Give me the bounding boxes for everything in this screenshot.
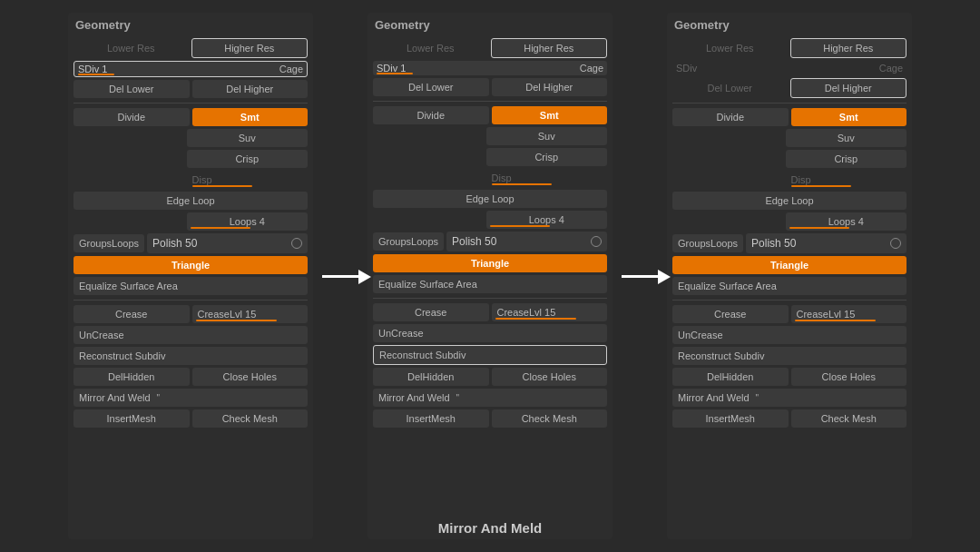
crisp-btn-1[interactable]: Crisp bbox=[187, 150, 309, 168]
cage-label-1: Cage bbox=[192, 64, 303, 74]
close-holes-btn-1[interactable]: Close Holes bbox=[192, 368, 309, 386]
mirror-weld-btn-3[interactable]: Mirror And Weld " bbox=[672, 389, 906, 407]
mirror-weld-btn-2[interactable]: Mirror And Weld " bbox=[373, 389, 607, 407]
edge-loop-btn-3[interactable]: Edge Loop bbox=[672, 192, 906, 210]
groups-loops-btn-3[interactable]: GroupsLoops bbox=[672, 234, 743, 252]
delhidden-row-2: DelHidden Close Holes bbox=[373, 368, 607, 386]
divide-btn-1[interactable]: Divide bbox=[74, 108, 190, 126]
divider-3a bbox=[672, 103, 906, 104]
groups-loops-btn-2[interactable]: GroupsLoops bbox=[373, 232, 444, 251]
panel-3-title: Geometry bbox=[672, 18, 906, 32]
suv-btn-1[interactable]: Suv bbox=[187, 129, 309, 147]
crisp-btn-2[interactable]: Crisp bbox=[486, 148, 608, 166]
panel-1-title: Geometry bbox=[74, 18, 308, 32]
cage-label-2: Cage bbox=[492, 63, 603, 74]
triangle-btn-2[interactable]: Triangle bbox=[373, 254, 607, 272]
del-higher-btn-3[interactable]: Del Higher bbox=[790, 78, 907, 98]
uncrease-btn-2[interactable]: UnCrease bbox=[373, 324, 607, 342]
delhidden-row-3: DelHidden Close Holes bbox=[672, 368, 906, 386]
disp-row-3: Disp bbox=[672, 171, 906, 189]
uncrease-btn-1[interactable]: UnCrease bbox=[74, 326, 308, 344]
panel-3: Geometry Lower Res Higher Res SDiv Cage … bbox=[667, 13, 912, 539]
triangle-row-3: Triangle bbox=[672, 256, 906, 274]
crisp-btn-3[interactable]: Crisp bbox=[786, 150, 907, 168]
higher-res-btn-1[interactable]: Higher Res bbox=[191, 38, 309, 58]
higher-res-btn-2[interactable]: Higher Res bbox=[491, 38, 608, 58]
creaselvl-bar-3 bbox=[795, 320, 876, 321]
smt-btn-3[interactable]: Smt bbox=[791, 108, 907, 126]
reconstruct-row-3: Reconstruct Subdiv bbox=[672, 347, 906, 365]
del-hidden-btn-2[interactable]: DelHidden bbox=[373, 368, 489, 386]
loops-bar-1 bbox=[191, 227, 251, 229]
suv-btn-2[interactable]: Suv bbox=[486, 127, 608, 145]
edge-loop-btn-2[interactable]: Edge Loop bbox=[373, 190, 607, 208]
uncrease-btn-3[interactable]: UnCrease bbox=[672, 326, 906, 344]
suv-btn-3[interactable]: Suv bbox=[786, 129, 907, 147]
del-hidden-btn-3[interactable]: DelHidden bbox=[672, 368, 789, 386]
insert-mesh-btn-1[interactable]: InsertMesh bbox=[74, 409, 190, 428]
insertmesh-row-3: InsertMesh Check Mesh bbox=[672, 409, 906, 428]
groups-loops-btn-1[interactable]: GroupsLoops bbox=[74, 234, 144, 252]
del-lower-btn-1[interactable]: Del Lower bbox=[74, 80, 190, 98]
reconstruct-btn-1[interactable]: Reconstruct Subdiv bbox=[74, 347, 308, 365]
del-lower-btn-2[interactable]: Del Lower bbox=[373, 78, 489, 96]
smt-btn-2[interactable]: Smt bbox=[492, 106, 608, 124]
equalize-row-1: Equalize Surface Area bbox=[74, 277, 308, 295]
reconstruct-btn-3[interactable]: Reconstruct Subdiv bbox=[672, 347, 906, 365]
creaselvl-btn-2[interactable]: CreaseLvl 15 bbox=[492, 303, 608, 321]
insert-mesh-btn-3[interactable]: InsertMesh bbox=[672, 409, 789, 428]
caption: Mirror And Meld bbox=[438, 520, 542, 536]
disp-row-1: Disp bbox=[74, 171, 308, 189]
insertmesh-row-2: InsertMesh Check Mesh bbox=[373, 409, 607, 428]
crease-btn-1[interactable]: Crease bbox=[74, 305, 190, 323]
check-mesh-btn-1[interactable]: Check Mesh bbox=[192, 409, 309, 428]
uncrease-row-3: UnCrease bbox=[672, 326, 906, 344]
check-mesh-btn-3[interactable]: Check Mesh bbox=[791, 409, 907, 428]
polish-btn-1[interactable]: Polish 50 bbox=[147, 233, 308, 253]
lower-res-btn-3[interactable]: Lower Res bbox=[672, 39, 788, 57]
divide-row-3: Divide Smt bbox=[672, 108, 906, 126]
polish-btn-2[interactable]: Polish 50 bbox=[446, 232, 607, 251]
lower-res-btn-2[interactable]: Lower Res bbox=[373, 39, 488, 57]
higher-res-btn-3[interactable]: Higher Res bbox=[790, 38, 907, 58]
divide-btn-2[interactable]: Divide bbox=[373, 106, 489, 124]
loops-btn-1[interactable]: Loops 4 bbox=[187, 212, 309, 231]
crease-btn-2[interactable]: Crease bbox=[373, 303, 489, 321]
del-lower-btn-3[interactable]: Del Lower bbox=[672, 79, 788, 97]
reconstruct-btn-2[interactable]: Reconstruct Subdiv bbox=[373, 345, 607, 365]
sdiv-label-3: SDiv bbox=[676, 63, 788, 74]
crease-row-1: Crease CreaseLvl 15 bbox=[74, 305, 308, 323]
triangle-btn-1[interactable]: Triangle bbox=[74, 256, 308, 274]
edgeloop-row-2: Edge Loop bbox=[373, 190, 607, 208]
arrow-1 bbox=[313, 275, 368, 278]
mirror-weld-btn-1[interactable]: Mirror And Weld " bbox=[74, 389, 308, 407]
polish-btn-3[interactable]: Polish 50 bbox=[746, 233, 906, 253]
divide-btn-3[interactable]: Divide bbox=[672, 108, 789, 126]
insert-mesh-btn-2[interactable]: InsertMesh bbox=[373, 409, 489, 428]
close-holes-btn-3[interactable]: Close Holes bbox=[791, 368, 907, 386]
crisp-row-3: Crisp bbox=[672, 150, 906, 168]
smt-btn-1[interactable]: Smt bbox=[192, 108, 309, 126]
equalize-btn-3[interactable]: Equalize Surface Area bbox=[672, 277, 906, 295]
arrow-1-line bbox=[322, 275, 358, 278]
creaselvl-btn-3[interactable]: CreaseLvl 15 bbox=[791, 305, 907, 323]
equalize-btn-1[interactable]: Equalize Surface Area bbox=[74, 277, 308, 295]
suv-row-2: Suv bbox=[373, 127, 607, 145]
creaselvl-btn-1[interactable]: CreaseLvl 15 bbox=[192, 305, 309, 323]
edge-loop-btn-1[interactable]: Edge Loop bbox=[74, 192, 308, 210]
equalize-btn-2[interactable]: Equalize Surface Area bbox=[373, 275, 607, 293]
crease-btn-3[interactable]: Crease bbox=[672, 305, 789, 323]
close-holes-btn-2[interactable]: Close Holes bbox=[492, 368, 608, 386]
del-hidden-btn-1[interactable]: DelHidden bbox=[74, 368, 190, 386]
creaselvl-bar-2 bbox=[495, 318, 576, 320]
loops-btn-2[interactable]: Loops 4 bbox=[486, 211, 608, 229]
del-higher-btn-1[interactable]: Del Higher bbox=[192, 80, 309, 98]
loops-btn-3[interactable]: Loops 4 bbox=[786, 212, 907, 231]
check-mesh-btn-2[interactable]: Check Mesh bbox=[492, 409, 608, 428]
lower-res-btn-1[interactable]: Lower Res bbox=[74, 39, 189, 57]
del-higher-btn-2[interactable]: Del Higher bbox=[492, 78, 608, 96]
sdiv-row-1: SDiv 1 Cage bbox=[74, 61, 308, 77]
triangle-btn-3[interactable]: Triangle bbox=[672, 256, 906, 274]
insertmesh-row-1: InsertMesh Check Mesh bbox=[74, 409, 308, 428]
crisp-row-2: Crisp bbox=[373, 148, 607, 166]
